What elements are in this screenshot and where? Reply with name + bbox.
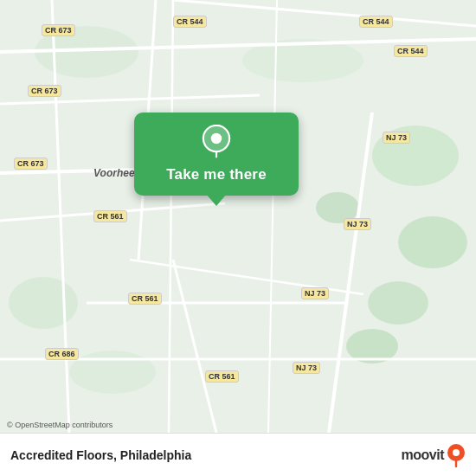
road-label-nj73-top: NJ 73 <box>383 132 410 144</box>
map-copyright: © OpenStreetMap contributors <box>7 421 113 429</box>
svg-point-2 <box>398 216 467 268</box>
location-name: Accredited Floors, Philadelphia <box>10 448 395 462</box>
map-container: Voorhees CR 673 CR 544 CR 544 CR 544 CR … <box>0 0 476 433</box>
road-label-nj73-bottom2: NJ 73 <box>293 362 320 374</box>
road-label-cr561-mid: CR 561 <box>128 293 162 305</box>
svg-point-26 <box>211 133 222 144</box>
moovit-pin-icon <box>447 443 466 467</box>
road-label-cr673-left: CR 673 <box>14 158 48 170</box>
road-label-cr673-top: CR 673 <box>42 24 75 36</box>
moovit-text: moovit <box>402 447 444 463</box>
take-me-there-button[interactable]: Take me there <box>166 166 267 183</box>
location-pin-icon <box>199 125 234 159</box>
road-label-cr544-top-right: CR 544 <box>359 16 393 28</box>
popup-card[interactable]: Take me there <box>134 113 299 196</box>
svg-point-28 <box>453 449 460 456</box>
road-label-nj73-mid: NJ 73 <box>344 218 371 230</box>
moovit-logo: moovit <box>402 443 466 467</box>
road-label-cr561-bottom: CR 561 <box>205 370 239 383</box>
road-label-nj73-bottom: NJ 73 <box>301 287 329 299</box>
road-label-cr686: CR 686 <box>45 348 79 360</box>
road-label-cr544-top-mid: CR 544 <box>173 16 207 28</box>
svg-point-8 <box>9 277 78 329</box>
road-label-cr544-right: CR 544 <box>394 45 428 57</box>
road-label-cr673-mid: CR 673 <box>28 85 61 97</box>
bottom-bar: Accredited Floors, Philadelphia moovit <box>0 433 476 476</box>
svg-point-3 <box>368 281 428 325</box>
road-label-cr561-left: CR 561 <box>93 210 127 222</box>
svg-point-9 <box>69 351 156 394</box>
